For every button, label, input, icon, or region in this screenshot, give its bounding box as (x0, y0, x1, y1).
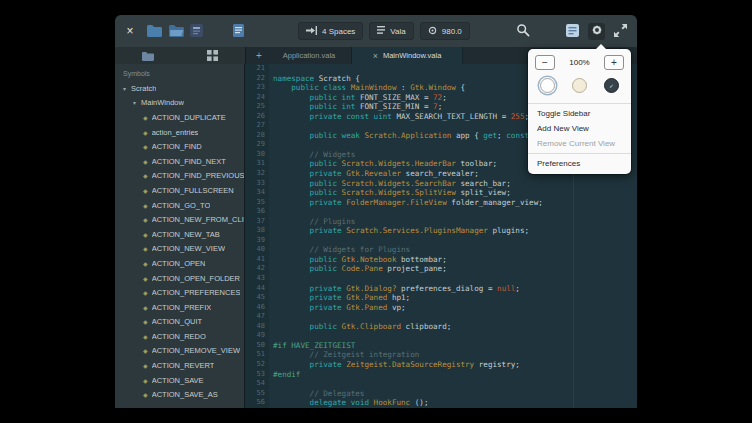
style-dark-button[interactable]: ✓ (604, 78, 619, 93)
grid-view-button[interactable] (180, 47, 245, 64)
zoom-in-button[interactable]: + (604, 55, 624, 70)
open-folder-button[interactable] (145, 24, 163, 39)
line-number: 32 (245, 169, 269, 179)
code-text: // Widgets (273, 150, 355, 160)
code-line: 46 private Gtk.Paned vp; (245, 303, 637, 313)
line-number: 48 (245, 322, 269, 332)
code-text: public Gtk.Clipboard clipboard; (273, 322, 451, 332)
tree-item-action_preferences[interactable]: ◆ACTION_PREFERENCES (115, 285, 244, 300)
code-text: private Gtk.Paned hp1; (273, 293, 410, 303)
line-number: 23 (245, 83, 269, 93)
line-number: 38 (245, 226, 269, 236)
tab-label: MainWindow.vala (383, 51, 441, 60)
window-close-button[interactable]: × (123, 24, 137, 38)
style-light-button[interactable] (540, 78, 555, 93)
tab-application-vala[interactable]: Application.vala (267, 47, 352, 64)
tab-close-icon[interactable]: × (373, 51, 378, 61)
tree-item-action_find_previous[interactable]: ◆ACTION_FIND_PREVIOUS (115, 169, 244, 184)
tree-item-action_save[interactable]: ◆ACTION_SAVE (115, 373, 244, 388)
new-tab-button[interactable]: + (251, 47, 267, 64)
menu-separator (528, 153, 631, 154)
language-button[interactable]: Vala (369, 22, 413, 40)
code-line: 38 private Scratch.Services.PluginsManag… (245, 226, 637, 236)
search-icon (516, 23, 530, 41)
code-text: private Zeitgeist.DataSourceRegistry reg… (273, 360, 520, 370)
outline-toggle-button[interactable] (564, 23, 581, 40)
menu-item-add-new-view[interactable]: Add New View (528, 121, 631, 136)
tree-item-action_prefix[interactable]: ◆ACTION_PREFIX (115, 300, 244, 315)
code-text: private FolderManager.FileView folder_ma… (273, 198, 543, 208)
folder-open-icon (169, 23, 184, 41)
zoom-out-button[interactable]: − (535, 55, 555, 70)
tree-item-mainwindow[interactable]: ▾MainWindow (115, 96, 244, 111)
expander-icon[interactable]: ▾ (123, 85, 131, 92)
symbol-diamond-icon: ◆ (143, 172, 148, 179)
code-line: 33 public Scratch.Widgets.SearchBar sear… (245, 179, 637, 189)
settings-menu-popover: − 100% + ✓ Toggle SidebarAdd New ViewRem… (528, 49, 631, 174)
tab-width-button[interactable]: 4 Spaces (298, 22, 363, 40)
folder-view-button[interactable] (115, 47, 180, 64)
tree-item-label: ACTION_DUPLICATE (152, 113, 226, 122)
tree-item-action_save_as[interactable]: ◆ACTION_SAVE_AS (115, 387, 244, 402)
line-number: 24 (245, 93, 269, 103)
tree-item-action_go_to[interactable]: ◆ACTION_GO_TO (115, 198, 244, 213)
code-line: 47 (245, 312, 637, 322)
tree-item-label: ACTION_PREFIX (152, 303, 212, 312)
search-button[interactable] (514, 23, 531, 40)
tree-item-label: ACTION_GO_TO (152, 201, 211, 210)
menu-item-preferences[interactable]: Preferences (528, 156, 631, 171)
code-line: 43 (245, 274, 637, 284)
tree-item-action_new_tab[interactable]: ◆ACTION_NEW_TAB (115, 227, 244, 242)
tree-item-label: MainWindow (141, 98, 184, 107)
code-text: delegate void HookFunc (); (273, 398, 428, 408)
line-number: 35 (245, 198, 269, 208)
tab-mainwindow-vala[interactable]: × MainWindow.vala (352, 47, 463, 64)
line-number: 29 (245, 140, 269, 150)
tree-item-action_find_next[interactable]: ◆ACTION_FIND_NEXT (115, 154, 244, 169)
symbol-diamond-icon: ◆ (143, 347, 148, 354)
tree-item-action_duplicate[interactable]: ◆ACTION_DUPLICATE (115, 110, 244, 125)
tree-item-action_open[interactable]: ◆ACTION_OPEN (115, 256, 244, 271)
tree-item-label: Scratch (131, 84, 156, 93)
tree-item-action_open_folder[interactable]: ◆ACTION_OPEN_FOLDER (115, 271, 244, 286)
fullscreen-button[interactable] (612, 23, 629, 40)
tree-item-action_quit[interactable]: ◆ACTION_QUIT (115, 315, 244, 330)
code-text: namespace Scratch { (273, 74, 360, 84)
line-number: 36 (245, 207, 269, 217)
code-line: 41 public Gtk.Notebook bottombar; (245, 255, 637, 265)
tree-item-label: ACTION_SAVE (152, 376, 204, 385)
line-number: 46 (245, 303, 269, 313)
menu-item-toggle-sidebar[interactable]: Toggle Sidebar (528, 106, 631, 121)
tree-item-label: ACTION_FIND_NEXT (152, 157, 226, 166)
line-number: 51 (245, 350, 269, 360)
tree-item-action_remove_view[interactable]: ◆ACTION_REMOVE_VIEW (115, 344, 244, 359)
line-number: 40 (245, 245, 269, 255)
tree-item-action_revert[interactable]: ◆ACTION_REVERT (115, 358, 244, 373)
tree-item-action_entries[interactable]: ◆action_entries (115, 125, 244, 140)
code-text: // Plugins (273, 217, 355, 227)
goto-position-button[interactable]: 980.0 (420, 22, 470, 40)
code-line: 54 (245, 379, 637, 389)
style-solarized-light-button[interactable] (572, 78, 587, 93)
symbols-tree: ▾Scratch▾MainWindow◆ACTION_DUPLICATE◆act… (115, 81, 244, 402)
tree-item-scratch[interactable]: ▾Scratch (115, 81, 244, 96)
code-line: 49 (245, 331, 637, 341)
line-number: 34 (245, 188, 269, 198)
settings-menu-button[interactable] (588, 23, 605, 40)
tree-item-label: ACTION_FIND (152, 142, 202, 151)
tree-item-action_new_from_clipboard[interactable]: ◆ACTION_NEW_FROM_CLIPBOARD (115, 212, 244, 227)
symbol-diamond-icon: ◆ (143, 260, 148, 267)
symbol-diamond-icon: ◆ (143, 362, 148, 369)
code-line: 42 public Code.Pane project_pane; (245, 264, 637, 274)
tree-item-action_new_view[interactable]: ◆ACTION_NEW_VIEW (115, 242, 244, 257)
open-recent-button[interactable] (167, 24, 185, 39)
save-document-button[interactable] (229, 24, 247, 39)
code-text: // Delegates (273, 389, 364, 399)
expander-icon[interactable]: ▾ (133, 99, 141, 106)
tree-item-action_find[interactable]: ◆ACTION_FIND (115, 139, 244, 154)
tree-item-action_fullscreen[interactable]: ◆ACTION_FULLSCREEN (115, 183, 244, 198)
code-line: 39 (245, 236, 637, 246)
tree-item-action_redo[interactable]: ◆ACTION_REDO (115, 329, 244, 344)
indent-icon (306, 26, 317, 37)
templates-button[interactable] (187, 24, 205, 39)
